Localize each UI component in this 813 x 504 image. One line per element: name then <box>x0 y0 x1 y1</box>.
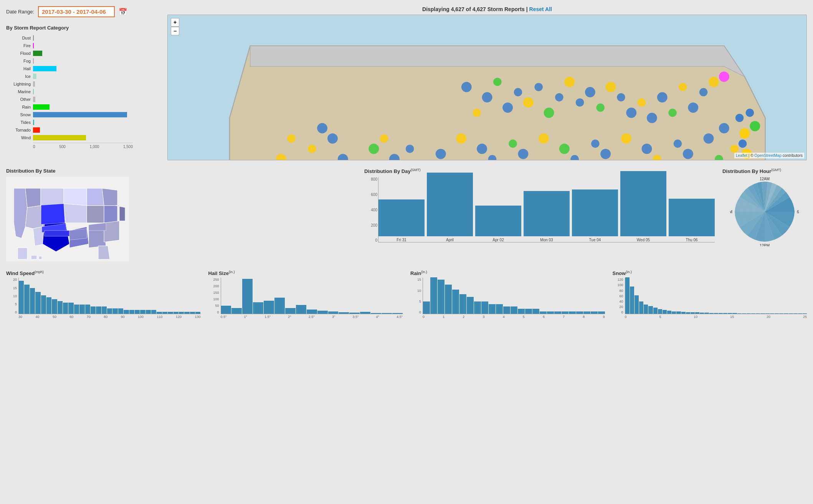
small-bar <box>430 277 437 314</box>
svg-point-31 <box>694 160 702 160</box>
category-bar <box>33 81 35 87</box>
small-bar <box>591 311 598 314</box>
map-box[interactable]: + − <box>167 15 807 160</box>
small-bar <box>129 310 134 314</box>
svg-point-125 <box>735 114 744 122</box>
category-bar-row: Other <box>33 96 160 103</box>
reset-all-link[interactable]: Reset All <box>529 6 552 12</box>
small-bar <box>681 312 686 314</box>
small-bar <box>789 313 793 314</box>
category-label: Hail <box>6 65 32 72</box>
day-bar <box>475 206 521 236</box>
category-bar-row: Flood <box>33 50 160 57</box>
day-bar-label: Apr 02 <box>492 238 504 242</box>
svg-point-115 <box>368 143 379 154</box>
svg-point-44 <box>559 143 570 154</box>
leaflet-link[interactable]: Leaflet <box>736 153 747 158</box>
svg-point-8 <box>638 98 646 106</box>
small-bar <box>704 313 709 314</box>
category-label: Flood <box>6 50 32 57</box>
small-bar <box>107 308 112 314</box>
small-bar <box>118 308 123 314</box>
small-bar <box>732 313 737 314</box>
category-bar-row: Fire <box>33 42 160 49</box>
small-bar <box>35 292 40 314</box>
svg-point-3 <box>688 102 698 113</box>
small-bar <box>648 306 653 314</box>
svg-point-4 <box>699 88 707 96</box>
svg-point-107 <box>317 123 327 133</box>
category-label: Fog <box>6 58 32 64</box>
small-bar <box>686 312 690 314</box>
day-bar <box>620 171 666 236</box>
small-bar <box>96 306 101 314</box>
small-bar <box>423 301 430 314</box>
small-bar <box>625 277 630 314</box>
svg-point-24 <box>473 109 481 117</box>
day-bar-label: Fri 31 <box>397 238 406 242</box>
day-bar-wrap: April <box>427 173 473 242</box>
calendar-icon[interactable]: 📅 <box>119 8 127 16</box>
category-bar-row: Snow <box>33 111 160 118</box>
date-range-label: Date Range: <box>6 9 34 15</box>
category-label: Snow <box>6 111 32 118</box>
small-bar <box>474 301 481 314</box>
category-bar-row: Lightning <box>33 81 160 87</box>
svg-point-55 <box>447 160 455 160</box>
small-bar <box>803 313 807 314</box>
date-range-input[interactable]: 2017-03-30 - 2017-04-06 <box>38 6 115 17</box>
small-bar <box>676 311 681 314</box>
small-bar <box>779 313 783 314</box>
svg-text:6PM: 6PM <box>730 210 732 214</box>
hour-distribution-panel: Distribution By Hour(GMT) <box>722 168 807 262</box>
small-bar <box>658 309 662 314</box>
category-bar-chart: DustFireFloodFogHailIceLightningMarineOt… <box>6 35 160 160</box>
category-chart-title: By Storm Report Category <box>6 25 160 31</box>
small-bar <box>195 312 200 314</box>
small-bar <box>653 308 658 314</box>
svg-point-6 <box>668 109 676 117</box>
map-zoom-out[interactable]: − <box>171 27 179 35</box>
small-bar <box>532 309 539 314</box>
category-bar-row: Wind <box>33 134 160 141</box>
svg-point-47 <box>529 160 537 160</box>
svg-point-127 <box>746 109 754 117</box>
day-bar-wrap: Wed 05 <box>620 171 666 242</box>
small-bar <box>174 312 178 314</box>
small-bar <box>663 310 667 314</box>
small-bar <box>179 312 184 314</box>
category-label: Dust <box>6 35 32 41</box>
small-bar <box>371 313 381 314</box>
small-bar <box>459 294 466 314</box>
hour-distribution-title: Distribution By Hour(GMT) <box>722 168 807 174</box>
svg-point-32 <box>683 149 693 159</box>
svg-point-25 <box>461 82 472 92</box>
svg-point-48 <box>518 149 529 159</box>
category-bar-row: Tornado <box>33 127 160 133</box>
svg-point-33 <box>674 140 682 148</box>
small-bar <box>190 312 195 314</box>
osm-link[interactable]: OpenStreetMap <box>754 153 782 158</box>
svg-text:6AM: 6AM <box>797 210 799 214</box>
small-bar <box>339 312 349 314</box>
svg-point-137 <box>719 72 729 82</box>
svg-point-17 <box>544 108 554 118</box>
small-bar <box>296 305 306 314</box>
day-bar <box>524 191 570 236</box>
small-bar <box>742 313 746 314</box>
svg-point-14 <box>576 98 584 106</box>
svg-point-116 <box>380 134 388 142</box>
day-bar-label: Tue 04 <box>589 238 601 242</box>
svg-point-18 <box>534 83 542 91</box>
map-zoom-in[interactable]: + <box>171 18 179 26</box>
svg-point-5 <box>709 77 719 87</box>
small-bar <box>756 313 760 314</box>
category-bar-row: Dust <box>33 35 160 41</box>
day-bar-label: Mon 03 <box>540 238 553 242</box>
small-bar <box>747 313 751 314</box>
svg-point-7 <box>647 113 657 123</box>
small-bar <box>349 313 360 314</box>
category-bar-row: Rain <box>33 104 160 110</box>
small-bar <box>112 308 117 314</box>
small-bar <box>583 311 590 314</box>
